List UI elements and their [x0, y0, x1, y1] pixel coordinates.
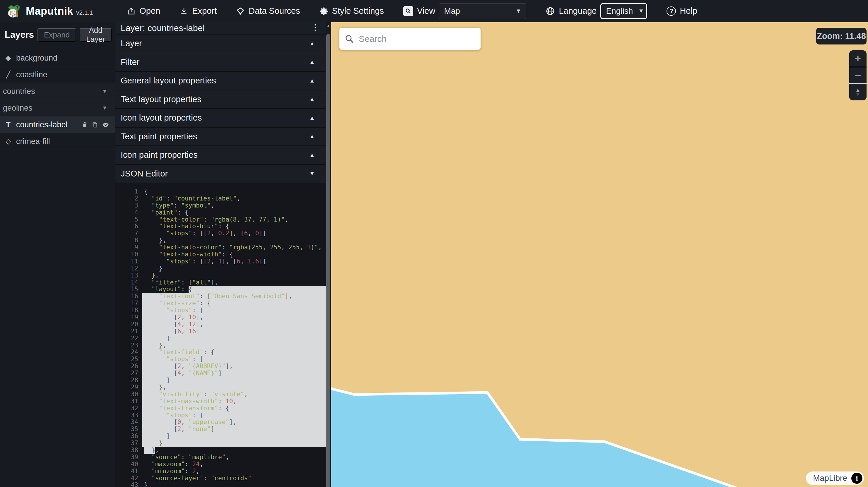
- chevron-up-icon: ▲: [309, 77, 326, 84]
- section-layer[interactable]: Layer▲: [115, 35, 331, 53]
- search-input[interactable]: [359, 34, 475, 44]
- gear-icon: [319, 7, 328, 15]
- section-filter[interactable]: Filter▲: [115, 53, 331, 72]
- style-settings-button[interactable]: Style Settings: [319, 6, 384, 16]
- chevron-up-icon: ▲: [309, 152, 326, 158]
- chevron-down-icon: ▼: [638, 8, 644, 14]
- open-icon: [127, 7, 135, 15]
- code-line: 43}: [115, 482, 331, 487]
- chevron-down-icon: ▼: [102, 105, 111, 111]
- app-version: v2.1.1: [76, 6, 93, 16]
- line-number: 18: [115, 307, 142, 314]
- data-sources-icon: [236, 7, 245, 15]
- language-select[interactable]: English ▼: [600, 3, 647, 19]
- layer-group-label: countries: [3, 87, 102, 96]
- inspector-title: Layer: countries-label: [121, 23, 311, 33]
- line-number: 42: [115, 475, 142, 482]
- line-number: 1: [115, 188, 142, 195]
- code-line: 41 "minzoom": 2,: [115, 468, 331, 475]
- code-line: 31 "text-max-width": 10,: [115, 398, 331, 405]
- json-editor[interactable]: 1{2 "id": "countries-label",3 "type": "s…: [115, 183, 331, 487]
- layer-item-background[interactable]: ◆background: [0, 50, 115, 66]
- line-number: 41: [115, 468, 142, 475]
- section-icon-paint-properties[interactable]: Icon paint properties▲: [115, 146, 331, 165]
- code-line: 14 "filter": ["all"],: [115, 279, 331, 286]
- globe-icon: [546, 6, 555, 16]
- section-label: Text layout properties: [121, 95, 309, 104]
- scrollbar-thumb[interactable]: [326, 34, 330, 487]
- line-number: 3: [115, 202, 142, 209]
- code-line: 24 "text-field": {: [115, 349, 331, 356]
- layer-group-geolines[interactable]: geolines▼: [0, 100, 115, 117]
- delete-icon[interactable]: [82, 122, 88, 128]
- layer-item-label: background: [16, 54, 111, 63]
- code-line: 4 "paint": {: [115, 209, 331, 216]
- section-general-layout-properties[interactable]: General layout properties▲: [115, 72, 331, 91]
- code-line: 18 "stops": [: [115, 307, 331, 314]
- data-sources-button[interactable]: Data Sources: [236, 6, 300, 16]
- diamond-filled-icon: ◆: [4, 54, 12, 62]
- line-number: 33: [115, 412, 142, 419]
- line-number: 14: [115, 279, 142, 286]
- section-text-layout-properties[interactable]: Text layout properties▲: [115, 91, 331, 109]
- section-text-paint-properties[interactable]: Text paint properties▲: [115, 128, 331, 146]
- scroll-down-icon[interactable]: ▼: [326, 482, 331, 486]
- layer-list: ◆background╱coastlinecountries▼geolines▼…: [0, 50, 115, 150]
- layer-item-coastline[interactable]: ╱coastline: [0, 66, 115, 83]
- section-json-editor[interactable]: JSON Editor▼: [115, 165, 331, 184]
- line-number: 36: [115, 433, 142, 440]
- export-button[interactable]: Export: [180, 6, 217, 16]
- chevron-up-icon: ▲: [309, 59, 326, 65]
- zoom-out-button[interactable]: −: [849, 67, 867, 84]
- search-icon: [345, 34, 354, 43]
- line-number: 25: [115, 356, 142, 363]
- compass-button[interactable]: ▲▼: [849, 84, 867, 100]
- help-icon: ?: [666, 6, 676, 16]
- section-label: General layout properties: [121, 76, 309, 86]
- code-line: 35 [2, "none"]: [115, 426, 331, 433]
- scroll-up-icon[interactable]: ▲: [326, 24, 331, 28]
- expand-button[interactable]: Expand: [37, 28, 76, 41]
- code-line: 9 "text-halo-color": "rgba(255, 255, 255…: [115, 244, 331, 251]
- chevron-up-icon: ▲: [309, 40, 326, 47]
- line-number: 29: [115, 384, 142, 391]
- line-number: 32: [115, 405, 142, 412]
- attribution-link[interactable]: MapLibre: [813, 474, 847, 483]
- code-line: 27 [4, "{NAME}"]: [115, 370, 331, 377]
- view-select[interactable]: Map ▼: [439, 3, 526, 19]
- diamond-outline-icon: ◇: [4, 137, 12, 145]
- view-icon: [403, 6, 413, 16]
- line-number: 19: [115, 314, 142, 321]
- line-number: 16: [115, 293, 142, 300]
- code-line: 42 "source-layer": "centroids": [115, 475, 331, 482]
- section-label: Icon paint properties: [121, 150, 309, 160]
- line-number: 6: [115, 223, 142, 230]
- app-brand: Maputnik v2.1.1: [6, 3, 93, 19]
- code-line: 36 ]: [115, 433, 331, 440]
- inspector-scrollbar[interactable]: ▲ ▼: [326, 22, 331, 487]
- add-layer-button[interactable]: Add Layer: [80, 28, 112, 41]
- map-view[interactable]: Zoom: 11.48 + − ▲▼ MapLibre i: [331, 22, 868, 487]
- duplicate-icon[interactable]: [92, 122, 98, 128]
- code-line: 30 "visibility": "visible",: [115, 391, 331, 398]
- layer-item-countries-label[interactable]: Tcountries-label: [0, 117, 115, 133]
- line-number: 21: [115, 328, 142, 335]
- visibility-icon[interactable]: [102, 121, 109, 128]
- info-icon[interactable]: i: [851, 473, 862, 484]
- layer-item-crimea-fill[interactable]: ◇crimea-fill: [0, 133, 115, 150]
- line-number: 12: [115, 265, 142, 272]
- zoom-in-button[interactable]: +: [849, 50, 867, 67]
- line-number: 34: [115, 419, 142, 426]
- line-number: 23: [115, 342, 142, 349]
- code-line: 15 "layout": {: [115, 286, 331, 293]
- code-line: 10 "text-halo-width": {: [115, 251, 331, 258]
- layer-group-countries[interactable]: countries▼: [0, 83, 115, 100]
- code-line: 17 "text-size": {: [115, 300, 331, 307]
- line-number: 15: [115, 286, 142, 293]
- layers-panel: Layers Expand Add Layer ◆background╱coas…: [0, 22, 115, 487]
- kebab-menu-icon[interactable]: ⋮: [311, 23, 326, 34]
- open-button[interactable]: Open: [127, 6, 160, 16]
- code-line: 2 "id": "countries-label",: [115, 195, 331, 202]
- section-icon-layout-properties[interactable]: Icon layout properties▲: [115, 109, 331, 128]
- help-button[interactable]: ? Help: [666, 6, 697, 16]
